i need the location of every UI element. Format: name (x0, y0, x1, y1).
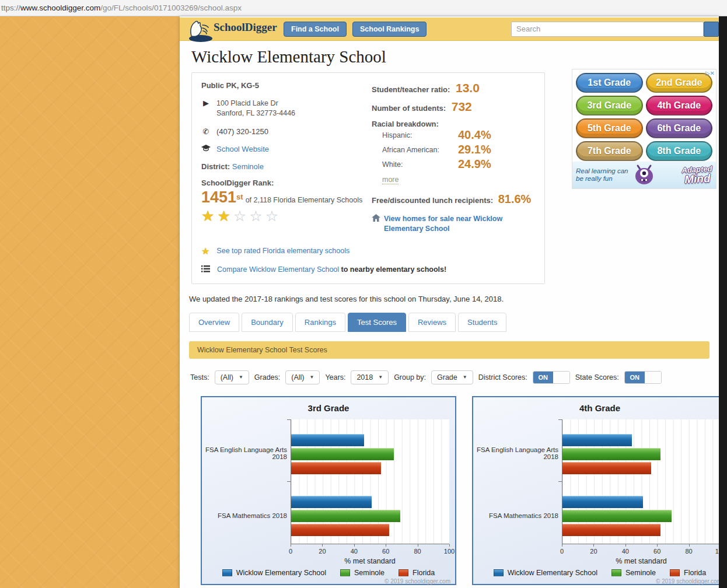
star-rating: ★★☆☆☆ (201, 209, 372, 223)
bar-wicklow-elementary-school[interactable] (291, 496, 372, 508)
ad-grade-button-3rd-grade[interactable]: 3rd Grade (576, 96, 643, 116)
bar-wicklow-elementary-school[interactable] (562, 434, 632, 446)
ad-grade-button-5th-grade[interactable]: 5th Grade (576, 118, 643, 138)
filter-select-value: (All) (221, 373, 233, 382)
school-info-box: Public PK, KG-5 ▶ 100 Placid Lake Dr San… (191, 72, 545, 284)
lunch-value: 81.6% (498, 192, 532, 205)
legend-label: Wicklow Elementary School (508, 569, 597, 577)
search-area (511, 22, 719, 37)
legend-swatch (611, 569, 621, 576)
logo-text: SchoolDigger (214, 21, 277, 34)
adchoices-icon[interactable]: ▷✕ (705, 70, 715, 76)
ad-banner[interactable]: ▷✕ 1st Grade2nd Grade3rd Grade4th Grade5… (572, 69, 716, 189)
school-address: 100 Placid Lake Dr Sanford, FL 32773-444… (216, 99, 295, 118)
bar-group (562, 419, 719, 482)
search-input[interactable] (511, 22, 704, 37)
filter-label: Group by: (394, 373, 426, 382)
star-empty-icon[interactable]: ☆ (233, 208, 249, 224)
search-button[interactable] (704, 22, 719, 37)
url-prefix: ttps:// (1, 4, 20, 12)
axis-tick-mark (386, 544, 386, 547)
race-row: African American:29.1% (382, 143, 535, 156)
tab-reviews[interactable]: Reviews (408, 313, 456, 332)
filter-label: Grades: (254, 373, 280, 382)
ad-grade-button-4th-grade[interactable]: 4th Grade (646, 96, 713, 116)
tab-overview[interactable]: Overview (189, 313, 239, 332)
star-filled-icon[interactable]: ★ (217, 208, 233, 224)
rank-number: 1451 (201, 188, 236, 206)
nav-button-find-a-school[interactable]: Find a School (284, 22, 347, 37)
ad-grade-button-8th-grade[interactable]: 8th Grade (646, 141, 713, 161)
tab-boundary[interactable]: Boundary (242, 313, 293, 332)
bar-florida[interactable] (562, 524, 660, 536)
url-host: www.schooldigger.com (20, 4, 100, 12)
compare-list-icon (201, 265, 210, 274)
ad-grade-button-1st-grade[interactable]: 1st Grade (576, 73, 643, 93)
bar-seminole[interactable] (291, 448, 394, 460)
bar-wicklow-elementary-school[interactable] (562, 496, 643, 508)
chart-legend: Wicklow Elementary SchoolSeminoleFlorida (473, 569, 719, 577)
bar-seminole[interactable] (562, 510, 672, 522)
axis-tick-mark (625, 544, 626, 547)
axis-tick-label: 60 (653, 548, 660, 555)
compare-text: Compare Wicklow Elementary School to nea… (217, 265, 446, 274)
toggle-off-area (553, 372, 569, 383)
compare-link[interactable]: Compare Wicklow Elementary School (217, 265, 339, 274)
filter-select-group-by[interactable]: Grade▼ (431, 370, 473, 384)
filter-select-tests[interactable]: (All)▼ (215, 370, 249, 384)
axis-tick-mark (418, 544, 418, 547)
legend-swatch (494, 569, 504, 576)
phone-icon: ✆ (201, 127, 211, 136)
toggle-district-scores[interactable]: ON (533, 371, 570, 384)
browser-url-bar[interactable]: ttps://www.schooldigger.com/go/FL/school… (0, 0, 727, 16)
axis-tick-label: 60 (382, 548, 389, 555)
school-website-link[interactable]: School Website (216, 145, 269, 153)
category-label: FSA English Language Arts 2018 (476, 446, 558, 460)
homes-for-sale-link[interactable]: View homes for sale near Wicklow Element… (384, 214, 535, 234)
race-row: Hispanic:40.4% (382, 128, 535, 142)
rank-suffix: st (236, 192, 243, 201)
bar-wicklow-elementary-school[interactable] (291, 434, 364, 446)
race-value: 29.1% (458, 143, 491, 156)
bar-florida[interactable] (291, 462, 381, 474)
tab-rankings[interactable]: Rankings (295, 313, 345, 332)
ad-grade-button-7th-grade[interactable]: 7th Grade (576, 141, 643, 161)
star-empty-icon[interactable]: ☆ (249, 208, 265, 224)
bar-seminole[interactable] (562, 448, 660, 460)
chart-legend: Wicklow Elementary SchoolSeminoleFlorida (202, 569, 455, 577)
filter-select-grades[interactable]: (All)▼ (285, 370, 320, 384)
more-link[interactable]: more (382, 176, 399, 184)
district-label: District: (201, 162, 230, 171)
district-link[interactable]: Seminole (232, 162, 264, 171)
axis-tick-label: 100 (444, 548, 455, 555)
ad-tagline: Real learning can be really fun (576, 167, 630, 183)
x-axis-label: % met standard (562, 557, 719, 565)
chart-copyright: © 2019 schooldigger.com (385, 578, 450, 584)
nav-button-school-rankings[interactable]: School Rankings (352, 22, 427, 37)
bar-seminole[interactable] (291, 510, 400, 522)
star-empty-icon[interactable]: ☆ (265, 208, 281, 224)
bar-group (562, 481, 719, 544)
bar-group (291, 419, 449, 482)
ad-grade-button-2nd-grade[interactable]: 2nd Grade (646, 73, 713, 93)
toggle-state-scores[interactable]: ON (624, 371, 662, 384)
bar-florida[interactable] (291, 524, 389, 536)
legend-label: Seminole (354, 569, 385, 577)
schooldigger-logo[interactable]: SchoolDigger (183, 16, 277, 44)
bar-group (291, 481, 449, 544)
racial-breakdown-rows: Hispanic:40.4%African American:29.1%Whit… (372, 128, 535, 171)
legend-item: Florida (399, 569, 435, 577)
filter-select-years[interactable]: 2018▼ (351, 370, 389, 384)
tab-students[interactable]: Students (458, 313, 506, 332)
rank-line: 1451stof 2,118 Florida Elementary School… (201, 188, 372, 206)
chevron-down-icon: ▼ (463, 374, 467, 380)
lunch-label: Free/discounted lunch recipients: (372, 196, 493, 205)
ratio-value: 13.0 (456, 81, 480, 94)
toggle-label: State Scores: (575, 373, 619, 382)
top-rated-link[interactable]: See top rated Florida elementary schools (216, 247, 349, 255)
tab-test-scores[interactable]: Test Scores (348, 313, 406, 332)
bar-florida[interactable] (562, 462, 651, 474)
star-filled-icon[interactable]: ★ (201, 208, 217, 224)
charts-row: 3rd GradeFSA English Language Arts 2018F… (187, 396, 712, 585)
ad-grade-button-6th-grade[interactable]: 6th Grade (646, 118, 713, 138)
